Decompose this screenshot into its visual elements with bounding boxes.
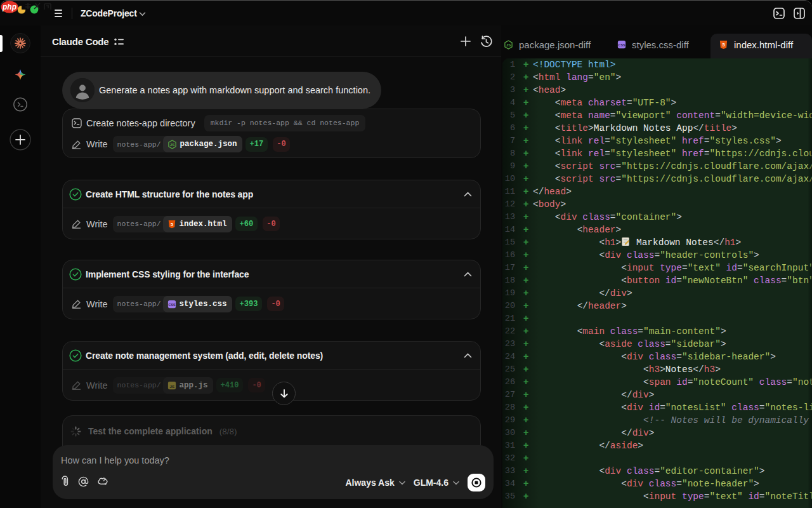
svg-text:5: 5 (722, 42, 724, 48)
svg-text:5: 5 (171, 222, 173, 226)
svg-text:CSS: CSS (168, 302, 175, 306)
svg-text:php: php (2, 3, 16, 11)
svg-text:JS: JS (506, 42, 511, 46)
svg-text:CSS: CSS (619, 43, 625, 47)
svg-text:JS: JS (169, 142, 174, 146)
svg-text:JS: JS (169, 384, 174, 389)
